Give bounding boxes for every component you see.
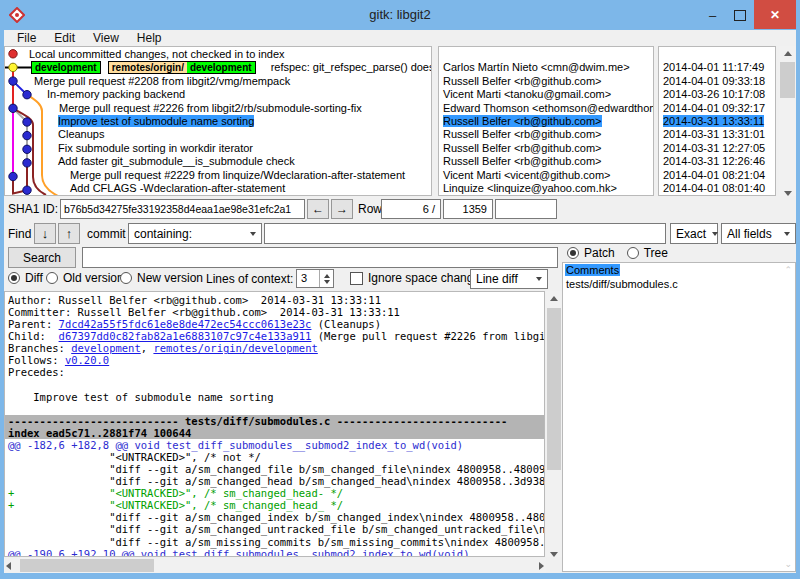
scroll-up-icon[interactable] [550, 296, 558, 301]
commit-link[interactable]: development [71, 342, 141, 354]
new-version-label: New version [137, 271, 203, 285]
scroll-left-icon[interactable] [6, 562, 11, 570]
scroll-down-icon[interactable] [784, 191, 792, 196]
date-row[interactable]: 2014-04-01 11:17:49 [659, 60, 775, 73]
author-row[interactable]: Vicent Marti <vicent@github.com> [439, 168, 653, 181]
scrollbar-thumb[interactable] [780, 62, 795, 98]
titlebar[interactable]: gitk: libgit2 – ✕ [0, 0, 800, 30]
tree-radio[interactable]: Tree [627, 246, 668, 260]
date-row[interactable]: 2014-04-01 09:32:17 [659, 101, 775, 114]
ref-label[interactable]: development [31, 61, 101, 74]
date-row[interactable]: 2014-04-01 08:21:04 [659, 168, 775, 181]
back-button[interactable]: ← [307, 199, 329, 219]
date-row[interactable] [659, 47, 775, 60]
author-row[interactable] [439, 47, 653, 60]
date-row[interactable]: 2014-03-31 12:26:46 [659, 155, 775, 168]
menu-view[interactable]: View [84, 31, 128, 45]
stepper-up-icon[interactable] [324, 274, 330, 278]
date-row[interactable]: 2014-03-31 13:33:11 [659, 114, 775, 127]
commit-row[interactable]: developmentremotes/origin/developmentref… [5, 60, 431, 73]
commit-author: Russell Belfer <rb@github.com> [443, 75, 602, 87]
commit-row[interactable]: Add faster git_submodule__is_submodule c… [5, 155, 431, 168]
author-row[interactable]: Russell Belfer <rb@github.com> [439, 155, 653, 168]
date-list-pane[interactable]: 2014-04-01 11:17:492014-04-01 09:33:1820… [658, 46, 776, 196]
commit-row[interactable]: Local uncommitted changes, not checked i… [5, 47, 431, 60]
sha1-input[interactable]: b76b5d34275fe33192358d4eaa1ae98e31efc2a1 [60, 199, 305, 219]
date-row[interactable]: 2014-03-31 12:27:05 [659, 141, 775, 154]
find-prev-button[interactable]: ↑ [58, 223, 80, 244]
find-exact-select[interactable]: Exact [670, 223, 718, 244]
minimize-button[interactable]: – [699, 0, 726, 30]
find-query-input[interactable] [264, 223, 666, 244]
diff-mode-select[interactable]: Line diff [470, 269, 548, 289]
commit-list-pane[interactable]: Local uncommitted changes, not checked i… [4, 46, 432, 196]
search-input[interactable] [82, 247, 558, 268]
commit-label[interactable]: commit [87, 227, 126, 241]
find-match-select[interactable]: containing: [128, 223, 262, 244]
commit-row[interactable]: Merge pull request #2226 from libgit2/rb… [5, 101, 431, 114]
date-row[interactable]: 2014-04-01 08:01:40 [659, 182, 775, 195]
patch-radio[interactable]: Patch [567, 246, 615, 260]
scrollbar-thumb[interactable] [20, 559, 154, 572]
commit-link[interactable]: d67397dd0c82fab82a1e6883107c97c4e133a911 [59, 330, 312, 342]
author-row[interactable]: Russell Belfer <rb@github.com> [439, 74, 653, 87]
scroll-up-icon[interactable] [784, 51, 792, 56]
author-row[interactable]: Russell Belfer <rb@github.com> [439, 128, 653, 141]
author-row[interactable]: Vicent Marti <tanoku@gmail.com> [439, 87, 653, 100]
author-row[interactable]: Carlos Martín Nieto <cmn@dwim.me> [439, 60, 653, 73]
commit-row[interactable]: In-memory packing backend [5, 87, 431, 100]
maximize-button[interactable] [726, 0, 753, 30]
date-row[interactable]: 2014-03-31 13:31:01 [659, 128, 775, 141]
scroll-down-icon[interactable] [550, 552, 558, 557]
diff-hscrollbar[interactable] [4, 558, 546, 573]
stepper-down-icon[interactable] [324, 280, 330, 284]
commit-row[interactable]: Merge pull request #2229 from linquize/W… [5, 168, 431, 181]
commit-row[interactable]: Merge pull request #2208 from libgit2/vm… [5, 74, 431, 87]
diff-view[interactable]: Author: Russell Belfer <rb@github.com> 2… [4, 291, 545, 557]
commit-list-scrollbar[interactable] [779, 46, 796, 196]
commit-date: 2014-03-31 12:26:46 [663, 155, 765, 167]
new-version-radio[interactable]: New version [120, 271, 203, 285]
forward-button[interactable]: → [331, 199, 353, 219]
diff-line-filesep: --------------------------- tests/diff/s… [5, 415, 544, 427]
diff-radio[interactable]: Diff [8, 271, 43, 285]
ref-label[interactable]: remotes/origin/development [108, 61, 256, 74]
commit-link[interactable]: v0.20.0 [65, 354, 109, 366]
old-version-radio[interactable]: Old version [46, 271, 124, 285]
author-row[interactable]: Russell Belfer <rb@github.com> [439, 114, 653, 127]
author-row[interactable]: Russell Belfer <rb@github.com> [439, 141, 653, 154]
date-row[interactable]: 2014-04-01 09:33:18 [659, 74, 775, 87]
scrollbar-thumb[interactable] [547, 308, 561, 470]
commit-link[interactable]: remotes/origin/development [153, 342, 317, 354]
commit-link[interactable]: 7dcd42a55f5fdc61e8e8de472ec54ccc0613e23c [59, 318, 312, 330]
file-list-pane[interactable]: Commentstests/diff/submodules.c ⌃ ⌄ [562, 262, 796, 572]
file-list-item[interactable]: Comments [563, 263, 795, 277]
commit-row[interactable]: Improve test of submodule name sorting [5, 114, 431, 127]
commit-message: Merge pull request #2229 from linquize/W… [70, 169, 405, 181]
old-version-label: Old version [63, 271, 124, 285]
stepper-arrows[interactable] [319, 270, 333, 287]
commit-message: refspec: git_refspec_parse() does not e [271, 61, 431, 73]
file-list-item[interactable]: tests/diff/submodules.c [563, 277, 795, 291]
scroll-right-icon[interactable] [539, 562, 544, 570]
author-row[interactable]: Linquize <linquize@yahoo.com.hk> [439, 182, 653, 195]
diff-vscrollbar[interactable] [546, 291, 562, 557]
ignore-space-checkbox[interactable]: Ignore space change [350, 271, 480, 285]
scroll-up-icon[interactable]: ⌃ [784, 265, 792, 275]
commit-row[interactable]: Add CFLAGS -Wdeclaration-after-statement [5, 182, 431, 195]
scroll-down-icon[interactable]: ⌄ [784, 559, 792, 569]
find-next-button[interactable]: ↓ [34, 223, 56, 244]
search-button[interactable]: Search [8, 247, 76, 268]
close-button[interactable]: ✕ [754, 0, 796, 29]
menu-edit[interactable]: Edit [45, 31, 84, 45]
context-stepper[interactable]: 3 [296, 269, 334, 288]
author-row[interactable]: Edward Thomson <ethomson@edwardthom [439, 101, 653, 114]
menu-file[interactable]: File [8, 31, 45, 45]
find-label[interactable]: Find [8, 227, 31, 241]
date-row[interactable]: 2014-03-26 10:17:08 [659, 87, 775, 100]
find-fields-select[interactable]: All fields [721, 223, 796, 244]
commit-row[interactable]: Cleanups [5, 128, 431, 141]
author-list-pane[interactable]: Carlos Martín Nieto <cmn@dwim.me>Russell… [438, 46, 654, 196]
commit-row[interactable]: Fix submodule sorting in workdir iterato… [5, 141, 431, 154]
menu-help[interactable]: Help [128, 31, 171, 45]
